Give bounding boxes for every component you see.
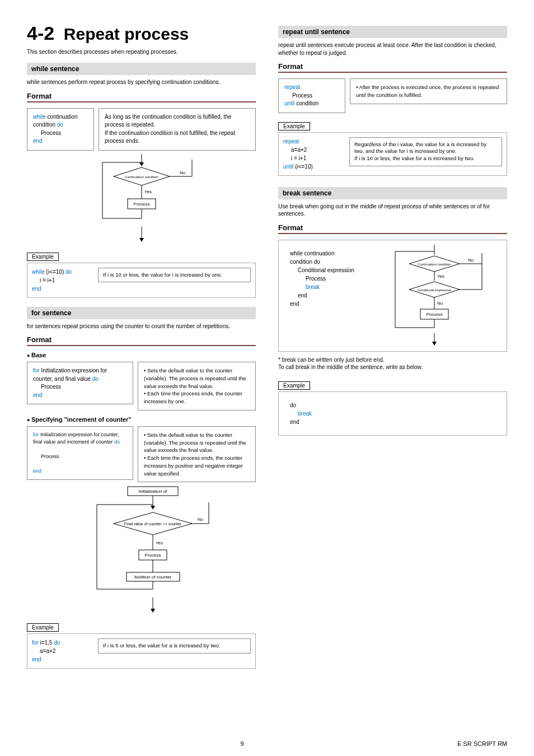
svg-marker-20 (151, 506, 155, 510)
while-example: while (i<=10) do i = i+1 end If i is 10 … (27, 263, 256, 298)
for-format-label: Format (27, 335, 256, 346)
break-flowchart: Continuation condition No Yes Conditiona… (373, 245, 502, 347)
svg-text:Continuation condition: Continuation condition (418, 263, 451, 266)
break-format-box: while continuation condition do Conditio… (278, 240, 507, 352)
page-footer: 9 E SR SCRIPT RM (27, 740, 507, 747)
svg-text:Process: Process (427, 312, 443, 317)
while-format-label: Format (27, 92, 256, 102)
repeat-header: repeat until sentence (278, 26, 507, 38)
svg-text:No: No (198, 517, 204, 522)
for-example: for i=1,5 do a=a+2 end If i is 5 or less… (27, 633, 256, 669)
svg-marker-14 (139, 162, 144, 166)
repeat-example-label: Example (278, 122, 310, 130)
while-flowchart: Continuation condition No Yes Process (27, 154, 256, 244)
for-inc-desc: • Sets the default value to the counter … (138, 426, 256, 483)
for-base-label: Base (27, 352, 256, 358)
break-format-label: Format (278, 223, 507, 234)
svg-text:Yes: Yes (156, 540, 163, 545)
while-desc: while sentences perform repeat process b… (27, 78, 256, 86)
svg-text:No: No (437, 301, 443, 306)
svg-marker-38 (151, 609, 155, 613)
break-footnote: * break can be written only just before … (278, 356, 507, 371)
svg-text:Addition of counter: Addition of counter (134, 575, 171, 580)
repeat-desc-box: • After the process is executed once, th… (350, 78, 507, 104)
for-flowchart: Initialization of Final value of counter… (27, 486, 256, 614)
doc-id: E SR SCRIPT RM (457, 740, 507, 747)
svg-text:Continuation condition: Continuation condition (125, 175, 158, 179)
svg-text:Process: Process (144, 553, 161, 558)
break-example-label: Example (278, 381, 310, 390)
while-header: while sentence (27, 63, 256, 75)
for-base-desc: • Sets the default value to the counter … (138, 362, 256, 410)
for-desc: for sentences repeat process using the c… (27, 323, 256, 330)
while-example-label: Example (27, 253, 59, 261)
repeat-format-label: Format (278, 62, 507, 73)
svg-text:Initialization of: Initialization of (138, 489, 167, 494)
section-heading: 4-2 Repeat process (27, 22, 256, 44)
for-base-code: for Initialization expression for counte… (27, 362, 133, 404)
svg-text:Conditional expression: Conditional expression (418, 288, 452, 292)
svg-text:Yes: Yes (144, 189, 152, 194)
svg-text:Process: Process (133, 202, 149, 207)
break-example: do break end (278, 391, 507, 436)
repeat-desc: repeat until sentences execute process a… (278, 41, 507, 57)
svg-text:No: No (468, 258, 474, 263)
for-inc-label: Specifying "increment of counter" (27, 416, 256, 423)
section-number: 4-2 (27, 22, 54, 44)
for-header: for sentence (27, 307, 256, 319)
while-desc-box: As long as the continuation condition is… (99, 108, 256, 151)
svg-text:Final value of counter >= coun: Final value of counter >= counter (124, 522, 181, 526)
svg-marker-60 (432, 342, 437, 346)
svg-marker-16 (139, 238, 144, 242)
section-intro: This section describes processes when re… (27, 49, 256, 55)
break-header: break sentence (278, 187, 507, 199)
repeat-code: repeat Process until condition (278, 78, 345, 113)
repeat-example: repeat a=a+2 i = i+1 until (i<=10) Regar… (278, 132, 507, 176)
for-example-label: Example (27, 623, 59, 632)
break-desc: Use break when going out in the middle o… (278, 203, 507, 218)
for-inc-code: for Initialization expression for counte… (27, 426, 133, 480)
page-number: 9 (240, 740, 243, 747)
while-code: while continuation condition do Process … (27, 108, 94, 151)
svg-text:No: No (180, 170, 186, 175)
svg-text:Yes: Yes (437, 274, 444, 279)
section-title-text: Repeat process (64, 25, 189, 43)
